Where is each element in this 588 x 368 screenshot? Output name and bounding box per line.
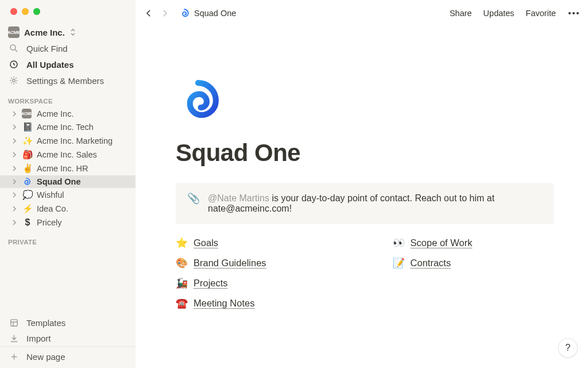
sidebar-item-acme-inc-hr[interactable]: ✌️Acme Inc. HR (0, 162, 136, 175)
import-icon (8, 334, 20, 343)
templates-icon (8, 318, 20, 328)
sidebar-item-acme-inc-sales[interactable]: 🎒Acme Inc. Sales (0, 148, 136, 162)
sidebar-item-label: Acme Inc. Sales (37, 150, 97, 159)
breadcrumb[interactable]: Squad One (176, 6, 239, 21)
sidebar-item-wishful[interactable]: 💭Wishful (0, 188, 136, 202)
mention[interactable]: @Nate Martins (208, 193, 269, 203)
link-label: Scope of Work (411, 237, 473, 248)
gear-icon (8, 75, 20, 86)
chevron-updown-icon (69, 28, 76, 37)
link-label: Goals (194, 237, 218, 248)
link-emoji-icon: 🎨 (176, 257, 188, 269)
caret-right-icon[interactable] (10, 152, 18, 158)
plus-icon (8, 352, 20, 362)
page-emoji-icon: ✨ (22, 136, 33, 146)
caret-right-icon[interactable] (10, 138, 18, 144)
settings-members[interactable]: Settings & Members (0, 72, 136, 89)
favorite-button[interactable]: Favorite (526, 9, 556, 18)
new-page-button[interactable]: New page (0, 346, 136, 367)
sidebar-item-pricely[interactable]: $Pricely (0, 216, 136, 229)
link-emoji-icon: ⭐ (176, 237, 188, 249)
page-link-brand-guidelines[interactable]: 🎨Brand Guidelines (176, 257, 266, 269)
page-title[interactable]: Squad One (176, 139, 554, 167)
page-link-goals[interactable]: ⭐Goals (176, 237, 266, 249)
close-window[interactable] (10, 8, 17, 15)
page-emoji-icon: ACME (22, 109, 33, 118)
forward-button[interactable] (160, 8, 170, 18)
quick-find[interactable]: Quick Find (0, 40, 136, 56)
sidebar-item-label: Acme Inc. Tech (37, 122, 94, 132)
back-button[interactable] (144, 8, 154, 18)
svg-point-3 (13, 79, 16, 82)
breadcrumb-title: Squad One (194, 9, 236, 18)
link-emoji-icon: 📝 (393, 257, 405, 269)
sidebar-item-label: Acme Inc. (37, 109, 74, 118)
page-link-contracts[interactable]: 📝Contracts (393, 257, 473, 269)
templates-label: Templates (26, 318, 65, 328)
window-controls[interactable] (0, 0, 136, 21)
private-section-label: PRIVATE (0, 229, 136, 248)
sidebar-item-acme-inc-[interactable]: ACMEAcme Inc. (0, 107, 136, 120)
caret-right-icon[interactable] (10, 124, 18, 130)
caret-right-icon[interactable] (10, 206, 18, 212)
sidebar-item-label: Pricely (37, 218, 62, 227)
settings-members-label: Settings & Members (26, 76, 104, 86)
clock-icon (8, 59, 20, 70)
page-emoji-icon (22, 177, 33, 186)
updates-button[interactable]: Updates (483, 9, 514, 18)
share-button[interactable]: Share (450, 9, 472, 18)
page-emoji-icon: 🎒 (22, 150, 33, 160)
caret-right-icon[interactable] (10, 111, 18, 117)
svg-line-1 (15, 49, 17, 52)
caret-right-icon[interactable] (10, 179, 18, 185)
minimize-window[interactable] (22, 8, 29, 15)
page-link-projects[interactable]: 🚂Projects (176, 277, 266, 289)
templates[interactable]: Templates (0, 315, 136, 331)
page-emoji-icon: 📓 (22, 122, 33, 132)
search-icon (8, 43, 20, 53)
link-label: Contracts (411, 258, 451, 269)
workspace-section-label: WORKSPACE (0, 89, 136, 107)
import-label: Import (26, 334, 51, 343)
link-label: Projects (194, 278, 228, 289)
page-emoji-icon: ⚡ (22, 204, 33, 214)
new-page-label: New page (26, 352, 65, 362)
sidebar-item-label: Squad One (37, 177, 81, 186)
link-label: Meeting Notes (194, 298, 254, 309)
quick-find-label: Quick Find (26, 44, 68, 53)
page-emoji-icon: $ (22, 217, 33, 228)
link-emoji-icon: 🚂 (176, 277, 188, 289)
all-updates[interactable]: All Updates (0, 56, 136, 72)
sidebar-item-idea-co-[interactable]: ⚡Idea Co. (0, 202, 136, 216)
caret-right-icon[interactable] (10, 220, 18, 225)
maximize-window[interactable] (33, 8, 40, 15)
sidebar-item-acme-inc-tech[interactable]: 📓Acme Inc. Tech (0, 120, 136, 134)
svg-point-0 (10, 45, 16, 50)
page-emoji-icon: ✌️ (22, 163, 33, 174)
workspace-name: Acme Inc. (24, 28, 65, 37)
callout-text: @Nate Martins is your day-to-day point o… (208, 193, 542, 214)
link-label: Brand Guidelines (194, 258, 266, 269)
workspace-badge-icon: ACME (8, 26, 20, 38)
link-emoji-icon: 👀 (393, 237, 405, 249)
paperclip-icon: 📎 (187, 193, 200, 214)
page-emoji-icon: 💭 (22, 190, 33, 200)
sidebar-item-acme-inc-marketing[interactable]: ✨Acme Inc. Marketing (0, 134, 136, 148)
help-button[interactable]: ? (558, 338, 578, 358)
caret-right-icon[interactable] (10, 192, 18, 198)
page-link-meeting-notes[interactable]: ☎️Meeting Notes (176, 297, 266, 309)
link-emoji-icon: ☎️ (176, 297, 188, 309)
import[interactable]: Import (0, 331, 136, 346)
more-menu-button[interactable] (567, 12, 580, 14)
svg-rect-4 (10, 320, 17, 326)
sidebar-item-squad-one[interactable]: Squad One (0, 175, 136, 188)
all-updates-label: All Updates (26, 60, 74, 70)
page-icon[interactable] (176, 78, 554, 123)
page-link-scope-of-work[interactable]: 👀Scope of Work (393, 237, 473, 249)
callout-block[interactable]: 📎 @Nate Martins is your day-to-day point… (176, 183, 554, 224)
sidebar-item-label: Acme Inc. HR (37, 164, 88, 173)
sidebar-item-label: Acme Inc. Marketing (37, 136, 113, 145)
spiral-icon (179, 8, 189, 18)
caret-right-icon[interactable] (10, 166, 18, 171)
workspace-switcher[interactable]: ACME Acme Inc. (0, 21, 136, 40)
